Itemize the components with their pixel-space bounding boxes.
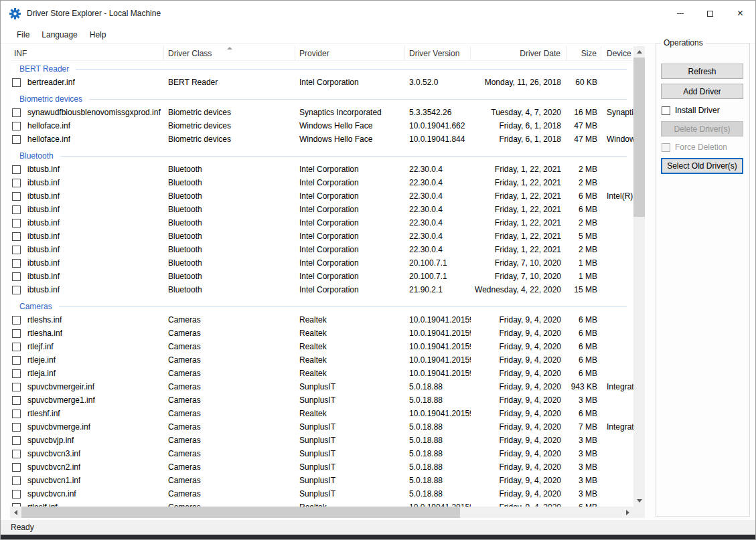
table-row[interactable]: ibtusb.infBluetoothIntel Corporation22.3… [10, 203, 633, 216]
select-old-drivers-button[interactable]: Select Old Driver(s) [661, 158, 743, 174]
row-checkbox[interactable] [12, 286, 21, 294]
menu-language[interactable]: Language [35, 27, 83, 42]
table-row[interactable]: bertreader.infBERT ReaderIntel Corporati… [10, 76, 633, 89]
cell-size: 6 MB [566, 342, 601, 351]
row-checkbox[interactable] [12, 78, 21, 87]
cell-provider: Intel Corporation [295, 232, 405, 241]
maximize-button[interactable] [695, 1, 725, 26]
column-header-inf[interactable]: INF [10, 46, 164, 60]
row-checkbox[interactable] [12, 450, 21, 458]
cell-provider: Intel Corporation [295, 191, 405, 201]
cell-driver-version: 10.0.19041.662 [405, 121, 471, 130]
row-checkbox[interactable] [12, 423, 21, 432]
menu-file[interactable]: File [11, 27, 35, 42]
checkbox-unchecked-icon [662, 106, 670, 115]
cell-inf: ibtusb.inf [10, 285, 164, 294]
table-row[interactable]: spuvcbvcn1.infCamerasSunplusIT5.0.18.88F… [10, 474, 633, 487]
table-row[interactable]: ibtusb.infBluetoothIntel Corporation22.3… [10, 243, 633, 256]
vertical-scrollbar-thumb[interactable] [633, 58, 645, 217]
row-checkbox[interactable] [12, 192, 21, 201]
table-row[interactable]: spuvcbvmerge1.infCamerasSunplusIT5.0.18.… [10, 393, 633, 407]
cell-provider: SunplusIT [295, 462, 405, 472]
refresh-button[interactable]: Refresh [661, 64, 743, 79]
scroll-down-button[interactable] [633, 495, 645, 507]
table-row[interactable]: spuvcbvcn.infCamerasSunplusIT5.0.18.88Fr… [10, 487, 633, 501]
install-driver-checkbox[interactable]: Install Driver [662, 106, 749, 115]
table-row[interactable]: spuvcbvjp.infCamerasSunplusIT5.0.18.88Fr… [10, 434, 633, 447]
horizontal-scrollbar-thumb[interactable] [21, 507, 460, 518]
row-checkbox[interactable] [12, 490, 21, 499]
table-row[interactable]: ibtusb.infBluetoothIntel Corporation22.3… [10, 163, 633, 176]
row-checkbox[interactable] [12, 272, 21, 281]
row-checkbox[interactable] [12, 259, 21, 268]
column-header-driver-version[interactable]: Driver Version [405, 46, 471, 60]
table-row[interactable]: ibtusb.infBluetoothIntel Corporation22.3… [10, 216, 633, 230]
table-row[interactable]: ibtusb.infBluetoothIntel Corporation21.9… [10, 283, 633, 296]
column-header-provider[interactable]: Provider [295, 46, 405, 60]
row-checkbox[interactable] [12, 343, 21, 351]
menu-help[interactable]: Help [84, 27, 112, 42]
table-row[interactable]: spuvcbvcn2.infCamerasSunplusIT5.0.18.88F… [10, 460, 633, 474]
row-checkbox[interactable] [12, 369, 21, 378]
row-checkbox[interactable] [12, 436, 21, 445]
vertical-scrollbar[interactable] [633, 46, 645, 507]
table-row[interactable]: spuvcbvmergeir.infCamerasSunplusIT5.0.18… [10, 380, 633, 393]
cell-size: 3 MB [566, 489, 601, 499]
scroll-left-button[interactable] [10, 507, 21, 518]
cell-driver-class: Cameras [164, 449, 295, 458]
row-checkbox[interactable] [12, 179, 21, 187]
cell-device-name: Window [601, 134, 633, 144]
column-header-driver-date[interactable]: Driver Date [471, 46, 566, 60]
column-header-size[interactable]: Size [566, 46, 601, 60]
table-row[interactable]: rtlesha.infCamerasRealtek10.0.19041.2015… [10, 327, 633, 340]
table-row[interactable]: helloface.infBiometric devicesWindows He… [10, 119, 633, 132]
row-checkbox[interactable] [12, 246, 21, 254]
row-checkbox[interactable] [12, 463, 21, 472]
close-button[interactable]: × [725, 1, 755, 26]
table-row[interactable]: ibtusb.infBluetoothIntel Corporation20.1… [10, 270, 633, 283]
scroll-up-button[interactable] [633, 46, 645, 58]
table-row[interactable]: rtleje.infCamerasRealtek10.0.19041.20159… [10, 353, 633, 367]
column-header-driver-class[interactable]: Driver Class [164, 46, 295, 60]
table-row[interactable]: ibtusb.infBluetoothIntel Corporation22.3… [10, 189, 633, 203]
row-checkbox[interactable] [12, 329, 21, 338]
table-row[interactable]: rtleja.infCamerasRealtek10.0.19041.20159… [10, 367, 633, 380]
add-driver-button[interactable]: Add Driver [661, 84, 743, 99]
row-checkbox[interactable] [12, 219, 21, 228]
group-header-bluetooth[interactable]: Bluetooth [10, 149, 633, 163]
inf-filename: rtlesha.inf [27, 329, 62, 338]
table-row[interactable]: synawudfbiousblenovomissgxprod.infBiomet… [10, 106, 633, 119]
row-checkbox[interactable] [12, 108, 21, 117]
row-checkbox[interactable] [12, 316, 21, 325]
minimize-button[interactable] [665, 1, 695, 26]
table-row[interactable]: rtlejf.infCamerasRealtek10.0.19041.20159… [10, 340, 633, 353]
row-checkbox[interactable] [12, 205, 21, 214]
row-checkbox[interactable] [12, 165, 21, 174]
table-row[interactable]: rtleshs.infCamerasRealtek10.0.19041.2015… [10, 313, 633, 327]
row-checkbox[interactable] [12, 396, 21, 405]
table-row[interactable]: spuvcbvcn3.infCamerasSunplusIT5.0.18.88F… [10, 447, 633, 460]
group-header-cameras[interactable]: Cameras [10, 300, 633, 313]
scroll-right-button[interactable] [622, 507, 633, 518]
table-row[interactable]: rtleslf.infCamerasRealtek10.0.19041.2015… [10, 501, 633, 507]
table-row[interactable]: ibtusb.infBluetoothIntel Corporation22.3… [10, 230, 633, 243]
row-checkbox[interactable] [12, 383, 21, 391]
app-window: Driver Store Explorer - Local Machine × … [0, 0, 756, 540]
row-checkbox[interactable] [12, 356, 21, 365]
horizontal-scrollbar[interactable] [10, 507, 633, 518]
table-row[interactable]: rtleshf.infCamerasRealtek10.0.19041.2015… [10, 407, 633, 420]
group-header-bert-reader[interactable]: BERT Reader [10, 62, 633, 76]
row-checkbox[interactable] [12, 232, 21, 241]
row-checkbox[interactable] [12, 135, 21, 144]
row-checkbox[interactable] [12, 476, 21, 485]
table-row[interactable]: ibtusb.infBluetoothIntel Corporation20.1… [10, 256, 633, 270]
table-row[interactable]: ibtusb.infBluetoothIntel Corporation22.3… [10, 176, 633, 189]
row-checkbox[interactable] [12, 122, 21, 130]
inf-filename: spuvcbvjp.inf [27, 436, 74, 445]
table-row[interactable]: spuvcbvmerge.infCamerasSunplusIT5.0.18.8… [10, 420, 633, 434]
column-header-device-name[interactable]: Device Name [601, 46, 633, 60]
table-row[interactable]: helloface.infBiometric devicesWindows He… [10, 132, 633, 146]
cell-driver-class: Cameras [164, 395, 295, 405]
row-checkbox[interactable] [12, 410, 21, 418]
group-header-biometric-devices[interactable]: Biometric devices [10, 92, 633, 106]
